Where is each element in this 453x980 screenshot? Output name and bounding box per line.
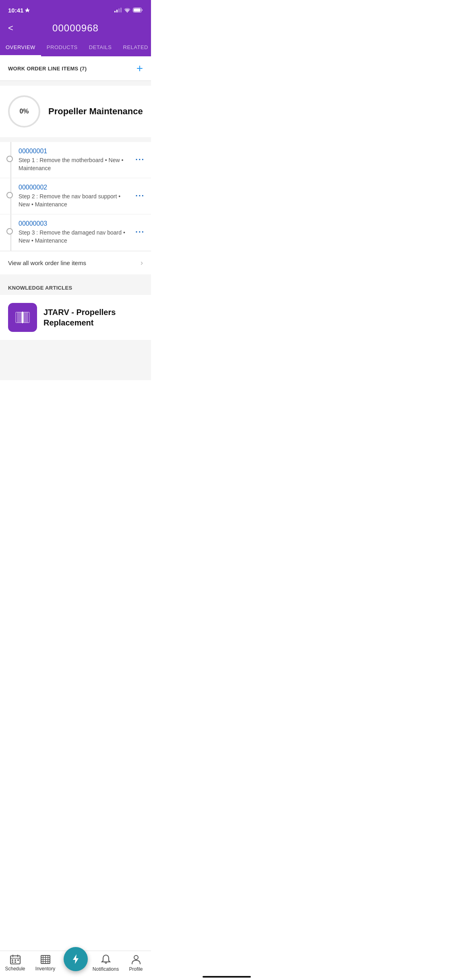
more-options-button[interactable]: ··· — [130, 184, 145, 200]
wifi-icon — [124, 8, 130, 12]
status-bar: 10:41 — [0, 0, 151, 18]
tab-products[interactable]: PRODUCTS — [41, 40, 83, 56]
tab-bar: OVERVIEW PRODUCTS DETAILS RELATED FEE — [0, 40, 151, 56]
table-row[interactable]: 00000002 Step 2 : Remove the nav board s… — [0, 178, 151, 214]
item-id[interactable]: 00000002 — [19, 184, 130, 191]
battery-icon — [133, 8, 143, 12]
view-all-button[interactable]: View all work order line items › — [0, 251, 151, 274]
line-items-list: 00000001 Step 1 : Remove the motherboard… — [0, 142, 151, 251]
more-options-button[interactable]: ··· — [130, 148, 145, 164]
page-header: < 00000968 — [0, 18, 151, 40]
signal-icon — [114, 8, 122, 12]
item-id[interactable]: 00000001 — [19, 148, 130, 155]
knowledge-article-icon — [8, 303, 37, 332]
knowledge-articles-title: KNOWLEDGE ARTICLES — [0, 279, 151, 295]
line-item-body: 00000001 Step 1 : Remove the motherboard… — [19, 148, 130, 172]
status-dot — [6, 156, 13, 162]
item-id[interactable]: 00000003 — [19, 220, 130, 227]
time-display: 10:41 — [8, 7, 23, 14]
book-icon — [15, 311, 30, 323]
chevron-right-icon: › — [141, 259, 143, 267]
line-item-body: 00000002 Step 2 : Remove the nav board s… — [19, 184, 130, 208]
main-content: WORK ORDER LINE ITEMS (7) + 0% Propeller… — [0, 56, 151, 380]
page-title: 00000968 — [52, 23, 99, 34]
status-time: 10:41 — [8, 7, 30, 14]
tab-details[interactable]: DETAILS — [83, 40, 118, 56]
table-row[interactable]: 00000001 Step 1 : Remove the motherboard… — [0, 142, 151, 178]
item-description: Step 1 : Remove the motherboard • New • … — [19, 156, 130, 172]
line-item-body: 00000003 Step 3 : Remove the damaged nav… — [19, 220, 130, 245]
progress-circle: 0% — [8, 95, 40, 128]
table-row[interactable]: 00000003 Step 3 : Remove the damaged nav… — [0, 214, 151, 251]
view-all-label: View all work order line items — [8, 259, 86, 266]
add-line-item-button[interactable]: + — [137, 63, 143, 74]
status-icons — [114, 8, 143, 12]
work-order-section-header: WORK ORDER LINE ITEMS (7) + — [0, 56, 151, 81]
item-description: Step 3 : Remove the damaged nav board • … — [19, 229, 130, 245]
back-button[interactable]: < — [8, 23, 13, 33]
svg-point-0 — [127, 12, 128, 12]
item-description: Step 2 : Remove the nav board support • … — [19, 193, 130, 208]
progress-percent: 0% — [19, 108, 29, 115]
progress-card: 0% Propeller Maintenance — [0, 86, 151, 137]
location-icon — [25, 8, 30, 12]
knowledge-section: KNOWLEDGE ARTICLES JTARV - Propellers Re… — [0, 279, 151, 340]
progress-title: Propeller Maintenance — [48, 106, 143, 117]
more-options-button[interactable]: ··· — [130, 220, 145, 237]
work-order-title: WORK ORDER LINE ITEMS (7) — [8, 66, 87, 72]
status-dot — [6, 228, 13, 235]
knowledge-article-card[interactable]: JTARV - Propellers Replacement — [0, 295, 151, 340]
svg-rect-2 — [134, 8, 141, 12]
tab-overview[interactable]: OVERVIEW — [0, 40, 41, 56]
status-dot — [6, 192, 13, 198]
tab-related[interactable]: RELATED — [118, 40, 151, 56]
knowledge-article-title: JTARV - Propellers Replacement — [43, 307, 143, 328]
